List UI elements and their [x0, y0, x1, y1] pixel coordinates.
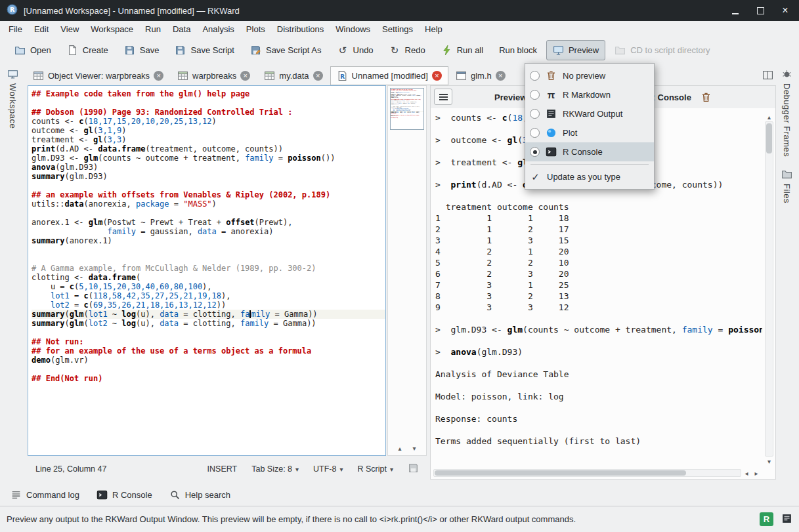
tab-close-icon[interactable]: × — [313, 71, 323, 81]
code-line[interactable]: u = c(5,10,15,20,30,40,60,80,100), — [32, 282, 385, 291]
code-line[interactable]: summary(glm.D93) — [32, 172, 385, 181]
code-line[interactable]: utils::data(anorexia, package = "MASS") — [32, 199, 385, 209]
cursor-position[interactable]: Line 25, Column 47 — [35, 464, 106, 474]
code-line[interactable]: 2 1 2 17 — [435, 224, 762, 235]
menu-item-help[interactable]: Help — [419, 22, 448, 37]
tab-close-icon[interactable]: × — [154, 71, 163, 81]
menu-item-plots[interactable]: Plots — [240, 22, 271, 37]
scroll-left-icon[interactable]: ◂ — [742, 468, 751, 478]
menu-item-edit[interactable]: Edit — [28, 22, 54, 37]
code-line[interactable] — [32, 98, 385, 108]
toolbar-button-redo[interactable]: ↻Redo — [383, 40, 432, 61]
scroll-right-icon[interactable]: ▸ — [752, 468, 761, 478]
tab-warpbreaks[interactable]: warpbreaks× — [171, 66, 257, 85]
tab-glm-h[interactable]: glm.h× — [449, 66, 512, 85]
encoding-select[interactable]: UTF-8 ▾ — [313, 464, 343, 474]
editor-scrollbar-minimap[interactable]: ## Example code taken from the glm() hel… — [387, 85, 427, 456]
code-line[interactable]: > anova(glm.D93) — [435, 346, 762, 358]
script-editor[interactable]: ## Example code taken from the glm() hel… — [28, 85, 386, 456]
tab-unnamed-modified[interactable]: RUnnamed [modified]× — [330, 66, 448, 85]
toolbar-button-cd-to-script-directory[interactable]: CD to script directory — [608, 40, 716, 60]
preview-menu-item-r-markdown[interactable]: πR Markdown — [525, 85, 654, 104]
tab-close-icon[interactable]: × — [240, 71, 250, 81]
code-line[interactable] — [435, 335, 762, 346]
code-line[interactable]: 4 2 1 20 — [435, 246, 762, 257]
tab-close-icon[interactable]: × — [496, 71, 506, 81]
code-line[interactable] — [435, 402, 762, 413]
code-line[interactable]: treatment outcome counts — [435, 201, 762, 213]
preview-menu-item-rkward-output[interactable]: RKWard Output — [525, 104, 654, 123]
code-line[interactable]: ## Dobson (1990) Page 93: Randomized Con… — [32, 108, 385, 117]
titlebar-close-icon[interactable]: × — [778, 3, 792, 18]
code-line[interactable] — [32, 245, 385, 255]
minimap-thumbnail[interactable]: ## Example code taken from the glm() hel… — [390, 88, 424, 130]
menu-item-view[interactable]: View — [54, 22, 85, 37]
scroll-up-icon[interactable]: ▴ — [765, 112, 774, 121]
console-horizontal-scrollbar[interactable]: ◂ ▸ — [433, 468, 761, 478]
code-line[interactable]: 7 3 1 25 — [435, 279, 762, 291]
code-line[interactable] — [435, 190, 762, 201]
code-line[interactable]: 3 1 3 15 — [435, 235, 762, 246]
titlebar-minimize-icon[interactable] — [728, 3, 743, 18]
code-line[interactable] — [32, 365, 385, 374]
dock-button-help-search[interactable]: Help search — [165, 488, 234, 502]
code-line[interactable] — [32, 209, 385, 218]
preview-menu-item-plot[interactable]: Plot — [525, 123, 654, 142]
rail-item-debugger-frames[interactable]: Debugger Frames — [781, 68, 792, 157]
code-line[interactable]: treatment <- gl(3,3) — [32, 135, 385, 144]
code-line[interactable]: glm.D93 <- glm(counts ~ outcome + treatm… — [32, 153, 385, 163]
toolbar-button-create[interactable]: Create — [60, 40, 115, 60]
split-view-button[interactable] — [762, 70, 773, 81]
dock-button-command-log[interactable]: Command log — [7, 488, 83, 502]
code-line[interactable]: # A Gamma example, from McCullagh & Neld… — [32, 264, 385, 273]
code-line[interactable] — [32, 181, 385, 190]
toolbar-button-preview[interactable]: Preview — [546, 40, 605, 60]
code-line[interactable]: Terms added sequentially (first to last) — [435, 436, 762, 447]
menu-item-distributions[interactable]: Distributions — [271, 22, 330, 37]
code-line[interactable] — [435, 358, 762, 369]
save-indicator[interactable] — [408, 462, 419, 476]
code-line[interactable]: 9 3 3 12 — [435, 302, 762, 313]
scroll-up-icon[interactable]: ▴ — [395, 443, 404, 453]
scrollbar-track[interactable] — [765, 121, 773, 457]
rail-item-files[interactable]: Files — [781, 169, 792, 203]
toolbar-button-save-script[interactable]: Save Script — [168, 40, 240, 60]
scroll-down-icon[interactable]: ▾ — [410, 443, 419, 453]
code-area[interactable]: ## Example code taken from the glm() hel… — [391, 89, 424, 118]
dock-button-r-console[interactable]: R Console — [93, 488, 156, 502]
toolbar-button-save[interactable]: Save — [118, 40, 166, 60]
titlebar-maximize-icon[interactable] — [753, 3, 767, 18]
code-line[interactable]: > glm.D93 <- glm(counts ~ outcome + trea… — [435, 324, 762, 335]
code-line[interactable]: clotting <- data.frame( — [32, 273, 385, 282]
scrollbar-track[interactable] — [433, 469, 741, 477]
toolbar-button-run-all[interactable]: Run all — [435, 40, 490, 60]
preview-menu-item-no-preview[interactable]: No preview — [525, 66, 654, 85]
code-line[interactable]: ## Not run: — [32, 337, 385, 346]
preview-menu-item-r-console[interactable]: R Console — [525, 142, 654, 161]
menu-item-run[interactable]: Run — [139, 22, 167, 37]
code-line[interactable]: Model: poisson, link: log — [435, 391, 762, 402]
code-line[interactable] — [32, 255, 385, 264]
code-line[interactable]: lot1 = c(118,58,42,35,27,25,21,19,18), — [32, 291, 385, 300]
code-line[interactable]: 1 1 1 18 — [435, 213, 762, 224]
code-line[interactable]: ## End(Not run) — [32, 374, 385, 383]
tab-size-select[interactable]: Tab Size: 8 ▾ — [251, 464, 299, 474]
code-line[interactable]: outcome <- gl(3,1,9) — [32, 126, 385, 135]
menu-item-data[interactable]: Data — [167, 22, 196, 37]
scrollbar-thumb[interactable] — [435, 470, 686, 476]
pane-menu-button[interactable] — [434, 89, 452, 105]
code-line[interactable] — [435, 447, 762, 458]
menu-item-workspace[interactable]: Workspace — [85, 22, 139, 37]
code-line[interactable]: ## Example code taken from the glm() hel… — [32, 89, 385, 98]
menu-item-windows[interactable]: Windows — [330, 22, 376, 37]
toolbar-button-run-block[interactable]: Run block — [492, 41, 544, 60]
toolbar-button-save-script-as[interactable]: Save Script As — [244, 40, 328, 60]
preview-menu-item-update-as-you-type[interactable]: ✓Update as you type — [525, 167, 654, 186]
tab-close-icon[interactable]: × — [432, 71, 442, 81]
input-mode[interactable]: INSERT — [207, 464, 238, 474]
code-line[interactable]: family = gaussian, data = anorexia) — [32, 227, 385, 236]
code-line[interactable] — [435, 424, 762, 436]
code-line[interactable] — [435, 458, 762, 467]
code-line[interactable]: Response: counts — [435, 413, 762, 424]
code-line[interactable] — [435, 380, 762, 391]
